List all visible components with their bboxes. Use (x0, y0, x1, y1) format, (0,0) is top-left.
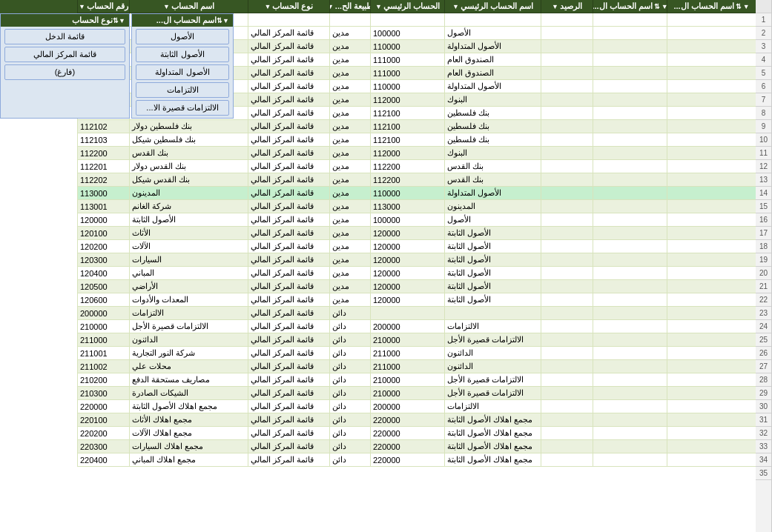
sort-icon-j[interactable]: ⇅ (736, 3, 742, 10)
cell-a[interactable]: 200000 (77, 307, 129, 320)
cell-g[interactable] (541, 360, 593, 373)
cell-b[interactable]: الالتزامات (129, 307, 248, 320)
cell-j[interactable] (667, 280, 756, 293)
cell-f[interactable] (444, 13, 541, 27)
cell-i[interactable] (593, 240, 667, 253)
cell-g[interactable] (541, 80, 593, 93)
cell-a[interactable]: 220000 (77, 400, 129, 413)
filter-icon-d[interactable]: ▼ (329, 3, 334, 10)
header-col-a[interactable]: رقم الحساب ▼ (77, 0, 129, 13)
cell-g[interactable] (541, 27, 593, 40)
cell-d[interactable]: مدين (329, 107, 370, 120)
cell-i[interactable] (593, 267, 667, 280)
cell-e[interactable]: 112200 (370, 173, 444, 187)
cell-f[interactable]: الالتزامات قصيرة الأجل (444, 333, 541, 347)
cell-a[interactable]: 120000 (77, 213, 129, 227)
cell-g[interactable] (541, 107, 593, 120)
header-col-e[interactable]: الحساب الرئيسي ▼ (370, 0, 444, 13)
filter-icon-b[interactable]: ▼ (163, 3, 170, 10)
cell-g[interactable] (541, 413, 593, 427)
table-row[interactable]: الأصول الثابتة120000مدينقائمة المركز الم… (0, 240, 756, 253)
cell-i[interactable] (593, 147, 667, 160)
cell-c[interactable]: قائمة المركز المالي (248, 173, 329, 187)
cell-f[interactable]: الدائنون (444, 347, 541, 360)
cell-b[interactable]: بنك القدس (129, 147, 248, 160)
cell-i[interactable] (593, 280, 667, 293)
cell-c[interactable]: قائمة المركز المالي (248, 53, 329, 67)
cell-b[interactable]: الالتزامات قصيرة الأجل (129, 320, 248, 333)
cell-c[interactable]: قائمة المركز المالي (248, 160, 329, 173)
cell-j[interactable] (667, 347, 756, 360)
cell-g[interactable] (541, 293, 593, 307)
cell-j[interactable] (667, 93, 756, 107)
cell-f[interactable]: الأصول الثابتة (444, 227, 541, 240)
cell-d[interactable]: مدين (329, 93, 370, 107)
cell-i[interactable] (593, 427, 667, 440)
cell-c[interactable]: قائمة المركز المالي (248, 147, 329, 160)
panel-i-sort-icon[interactable]: ⇅ (113, 17, 119, 24)
filter-icon-e[interactable]: ▼ (375, 3, 382, 10)
cell-b[interactable]: الأصول الثابتة (129, 213, 248, 227)
panel-j-sort-icon[interactable]: ⇅ (217, 17, 222, 24)
table-row[interactable]: مجمع اهلاك الأصول الثابتة220000دائنقائمة… (0, 427, 756, 440)
cell-i[interactable] (593, 307, 667, 320)
cell-d[interactable]: مدين (329, 53, 370, 67)
cell-a[interactable]: 210300 (77, 387, 129, 400)
cell-g[interactable] (541, 53, 593, 67)
cell-j[interactable] (667, 160, 756, 173)
cell-d[interactable]: دائن (329, 360, 370, 373)
cell-a[interactable]: 211001 (77, 347, 129, 360)
cell-i[interactable] (593, 133, 667, 147)
cell-d[interactable]: مدين (329, 67, 370, 80)
cell-c[interactable]: قائمة المركز المالي (248, 440, 329, 453)
cell-f[interactable]: بنك فلسطين (444, 120, 541, 133)
cell-f[interactable]: الأصول الثابتة (444, 267, 541, 280)
table-row[interactable]: الالتزامات قصيرة الأجل210000دائنقائمة ال… (0, 333, 756, 347)
cell-j[interactable] (667, 67, 756, 80)
cell-j[interactable] (667, 27, 756, 40)
cell-e[interactable]: 113000 (370, 200, 444, 213)
cell-d[interactable]: مدين (329, 200, 370, 213)
cell-i[interactable] (593, 347, 667, 360)
cell-j[interactable] (667, 80, 756, 93)
cell-e[interactable]: 110000 (370, 40, 444, 53)
panel-i-filter-icon[interactable]: ▼ (119, 17, 125, 24)
filter-icon-i[interactable]: ▼ (662, 3, 667, 10)
cell-i[interactable] (593, 413, 667, 427)
cell-d[interactable]: مدين (329, 267, 370, 280)
cell-f[interactable]: المدينون (444, 200, 541, 213)
cell-j[interactable] (667, 253, 756, 267)
cell-j[interactable] (667, 13, 756, 27)
panel-j-btn-2[interactable]: الأصول الثابتة (136, 47, 229, 62)
cell-d[interactable]: مدين (329, 213, 370, 227)
filter-icon-c[interactable]: ▼ (265, 3, 271, 10)
table-row[interactable]: مجمع اهلاك الأصول الثابتة220000دائنقائمة… (0, 413, 756, 427)
panel-j-filter-icon[interactable]: ▼ (222, 17, 229, 24)
panel-i-btn-2[interactable]: قائمة المركز المالي (4, 47, 125, 62)
cell-f[interactable]: الأصول الثابتة (444, 253, 541, 267)
filter-icon-j[interactable]: ▼ (743, 3, 750, 10)
cell-c[interactable]: قائمة المركز المالي (248, 307, 329, 320)
cell-d[interactable]: مدين (329, 40, 370, 53)
cell-j[interactable] (667, 360, 756, 373)
cell-a[interactable]: 220300 (77, 440, 129, 453)
cell-i[interactable] (593, 320, 667, 333)
cell-b[interactable]: المعدات والأدوات (129, 293, 248, 307)
cell-d[interactable]: مدين (329, 80, 370, 93)
cell-i[interactable] (593, 173, 667, 187)
cell-b[interactable]: المدينون (129, 187, 248, 200)
cell-a[interactable]: 211002 (77, 360, 129, 373)
cell-i[interactable] (593, 67, 667, 80)
cell-j[interactable] (667, 200, 756, 213)
cell-d[interactable]: دائن (329, 413, 370, 427)
cell-d[interactable]: دائن (329, 387, 370, 400)
filter-icon-f[interactable]: ▼ (452, 3, 459, 10)
header-col-j[interactable]: ▼ ⇅ اسم الحساب ال... (667, 0, 756, 13)
cell-b[interactable]: محلات علي (129, 360, 248, 373)
cell-c[interactable]: قائمة المركز المالي (248, 107, 329, 120)
cell-d[interactable]: مدين (329, 253, 370, 267)
cell-a[interactable]: 112200 (77, 147, 129, 160)
cell-d[interactable]: دائن (329, 320, 370, 333)
cell-b[interactable]: مجمع اهلاك السيارات (129, 440, 248, 453)
cell-f[interactable]: الأصول (444, 27, 541, 40)
